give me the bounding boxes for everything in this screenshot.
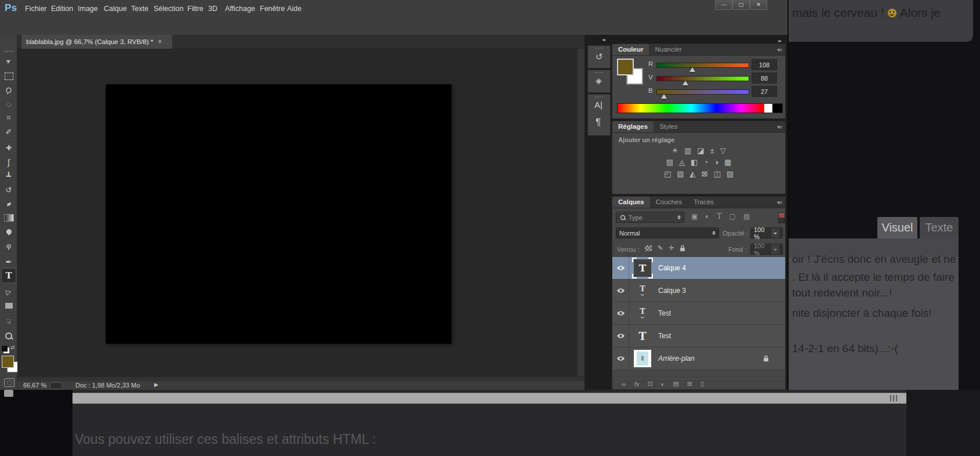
gradient-tool[interactable] bbox=[0, 211, 17, 225]
3d-panel-button[interactable]: ◈ bbox=[587, 70, 611, 93]
move-tool[interactable]: ➤ bbox=[0, 54, 17, 68]
channel-mixer-icon[interactable]: ◑ bbox=[714, 158, 718, 167]
delete-layer-icon[interactable]: ▯ bbox=[700, 380, 704, 388]
lock-transparency-icon[interactable] bbox=[645, 245, 652, 251]
channel-b-slider[interactable] bbox=[656, 89, 749, 95]
menu-3d[interactable]: 3D bbox=[208, 5, 217, 13]
quick-mask-icon[interactable] bbox=[4, 378, 14, 387]
paragraph-panel-icon[interactable]: ¶ bbox=[596, 117, 601, 128]
foreground-swatch[interactable] bbox=[617, 59, 634, 75]
layer-name[interactable]: Calque 3 bbox=[658, 287, 686, 295]
menu-texte[interactable]: Texte bbox=[131, 5, 148, 13]
channel-v-slider[interactable] bbox=[656, 76, 749, 81]
fill-select[interactable]: 100 % bbox=[750, 244, 783, 255]
zoom-tool[interactable] bbox=[0, 329, 17, 343]
brightness-contrast-icon[interactable]: ☀ bbox=[672, 146, 678, 155]
menu-image[interactable]: Image bbox=[78, 5, 98, 13]
layer-row-calque4[interactable]: T Calque 4 bbox=[612, 257, 785, 280]
layer-thumbnail-warped-type[interactable]: T⌣ bbox=[634, 282, 651, 299]
tab-calques[interactable]: Calques bbox=[612, 197, 650, 208]
layer-row-test2[interactable]: T Test bbox=[612, 325, 785, 348]
add-layer-mask-icon[interactable]: ⊡ bbox=[647, 380, 652, 388]
layer-row-calque3[interactable]: T⌣ Calque 3 bbox=[612, 280, 785, 302]
menu-affichage[interactable]: Affichage bbox=[225, 5, 255, 13]
layer-name[interactable]: Test bbox=[658, 332, 671, 340]
threshold-icon[interactable]: ◭ bbox=[690, 169, 696, 178]
slider-thumb[interactable] bbox=[683, 81, 688, 85]
channel-r-value[interactable]: 108 bbox=[752, 59, 777, 70]
pattern-icon[interactable]: ▨ bbox=[727, 169, 734, 178]
eyedropper-tool[interactable]: ✐ bbox=[0, 125, 17, 139]
lock-all-icon[interactable] bbox=[680, 245, 685, 252]
black-white-icon[interactable]: ◧ bbox=[691, 158, 698, 167]
opacity-select[interactable]: 100 % bbox=[750, 227, 783, 238]
filter-toggle[interactable] bbox=[778, 212, 785, 223]
channel-r-slider[interactable] bbox=[656, 63, 749, 68]
close-button[interactable]: ✕ bbox=[750, 0, 767, 10]
vertical-scrollbar[interactable] bbox=[577, 49, 585, 377]
gradient-map-icon[interactable]: ◫ bbox=[713, 169, 720, 178]
layer-style-fx-icon[interactable]: fx bbox=[634, 381, 640, 388]
photo-filter-icon[interactable]: ◔ bbox=[703, 158, 708, 167]
maximize-button[interactable]: ▢ bbox=[732, 0, 750, 10]
layer-thumbnail-image[interactable] bbox=[634, 350, 651, 367]
canvas-area[interactable] bbox=[17, 49, 585, 377]
curves-icon[interactable]: ◪ bbox=[697, 146, 704, 155]
slider-thumb[interactable] bbox=[661, 94, 667, 99]
zoom-level[interactable]: 66,67 % bbox=[23, 382, 46, 389]
blend-mode-select[interactable]: Normal bbox=[616, 227, 719, 238]
menu-filtre[interactable]: Filtre bbox=[187, 5, 204, 13]
webpage-tab-visuel[interactable]: Visuel bbox=[877, 217, 917, 238]
selective-color-icon[interactable]: ⊠ bbox=[702, 169, 708, 178]
color-spectrum-ramp[interactable] bbox=[617, 103, 783, 113]
dropdown-button[interactable] bbox=[771, 228, 779, 238]
layer-filter-select[interactable]: Type bbox=[616, 212, 684, 223]
channel-b-value[interactable]: 27 bbox=[752, 86, 777, 97]
filter-adjustment-layers-icon[interactable]: ◐ bbox=[705, 212, 709, 220]
layer-row-arriere-plan[interactable]: Arrière-plan bbox=[612, 348, 785, 370]
layer-name[interactable]: Calque 4 bbox=[658, 264, 686, 272]
history-panel-button[interactable]: ↺ bbox=[587, 45, 611, 68]
layer-row-test1[interactable]: T⌣ Test bbox=[612, 302, 785, 325]
blur-tool[interactable] bbox=[0, 225, 17, 238]
link-layers-icon[interactable]: ∞ bbox=[622, 381, 626, 388]
menu-calque[interactable]: Calque bbox=[104, 5, 127, 13]
rectangular-marquee-tool[interactable] bbox=[0, 69, 17, 83]
layer-thumbnail-type[interactable]: T bbox=[634, 327, 651, 345]
type-tool-selected[interactable]: T bbox=[1, 268, 16, 283]
character-panel-icon[interactable]: A| bbox=[594, 100, 602, 110]
eraser-tool[interactable]: ▰ bbox=[0, 197, 17, 211]
vibrance-icon[interactable]: ▽ bbox=[720, 146, 726, 155]
filter-pixel-layers-icon[interactable]: ▣ bbox=[691, 212, 698, 220]
filter-shape-layers-icon[interactable]: ▢ bbox=[729, 212, 736, 220]
spot-healing-brush-tool[interactable]: ✚ bbox=[0, 141, 17, 155]
visibility-toggle[interactable] bbox=[612, 302, 629, 324]
screen-mode-icon[interactable] bbox=[4, 390, 13, 397]
tab-styles[interactable]: Styles bbox=[654, 121, 683, 132]
tab-couleur[interactable]: Couleur bbox=[612, 44, 649, 55]
status-arrow-icon[interactable]: ▶ bbox=[154, 382, 158, 388]
layer-name[interactable]: Test bbox=[658, 309, 671, 317]
history-brush-tool[interactable]: ↺ bbox=[0, 183, 17, 197]
new-adjustment-layer-icon[interactable]: ◐ bbox=[661, 381, 665, 388]
visibility-toggle[interactable] bbox=[612, 257, 629, 279]
slider-thumb[interactable] bbox=[689, 67, 695, 72]
tab-couches[interactable]: Couches bbox=[650, 197, 688, 208]
dodge-tool[interactable]: φ bbox=[0, 238, 17, 252]
lasso-tool[interactable]: Ϙ bbox=[0, 83, 17, 97]
collapse-dock-right-icon[interactable]: ▸▸ bbox=[778, 38, 781, 44]
new-group-icon[interactable]: ▤ bbox=[673, 380, 678, 388]
visibility-toggle[interactable] bbox=[612, 280, 629, 302]
tab-reglages[interactable]: Réglages bbox=[612, 121, 654, 132]
menu-fenetre[interactable]: Fenêtre bbox=[260, 5, 285, 13]
new-layer-icon[interactable]: ⊞ bbox=[687, 380, 692, 388]
visibility-toggle[interactable] bbox=[612, 325, 629, 347]
foreground-color-swatch[interactable] bbox=[2, 356, 14, 368]
tab-close-icon[interactable]: × bbox=[158, 38, 162, 46]
rectangle-tool[interactable] bbox=[0, 299, 17, 313]
posterize-icon[interactable]: ▧ bbox=[677, 169, 684, 178]
tab-traces[interactable]: Tracés bbox=[688, 197, 720, 208]
path-selection-tool[interactable]: ▷ bbox=[0, 285, 17, 299]
menu-aide[interactable]: Aide bbox=[287, 5, 302, 13]
invert-icon[interactable]: ◰ bbox=[664, 169, 671, 178]
